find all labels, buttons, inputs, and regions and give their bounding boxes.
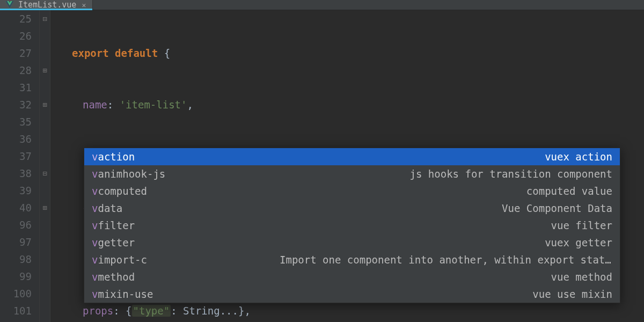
autocomplete-item[interactable]: vfiltervue filter — [84, 217, 620, 234]
line-number: 96 — [0, 216, 32, 233]
autocomplete-item[interactable]: vcomputedcomputed value — [84, 182, 620, 200]
line-number: 37 — [0, 148, 32, 165]
line-number: 28 — [0, 62, 32, 79]
code-line: props: {"type": String...}, — [50, 302, 644, 319]
fold-icon[interactable]: ⊞ — [40, 96, 50, 113]
autocomplete-item-label: vdata — [92, 200, 122, 217]
code-line: name: 'item-list', — [50, 96, 644, 113]
autocomplete-item-label: vgetter — [92, 234, 135, 251]
vue-file-icon — [5, 1, 14, 9]
autocomplete-item-desc: js hooks for transition component — [410, 165, 613, 182]
line-number: 35 — [0, 113, 32, 130]
line-number: 39 — [0, 182, 32, 199]
line-number: 40 — [0, 199, 32, 216]
line-number: 97 — [0, 233, 32, 251]
line-number: 100 — [0, 285, 32, 302]
tab-label: ItemList.vue — [18, 0, 76, 10]
autocomplete-item-label: vanimhook-js — [92, 165, 165, 182]
code-area[interactable]: export default { name: 'item-list', comp… — [50, 10, 644, 322]
autocomplete-item-label: vaction — [92, 148, 135, 165]
fold-icon[interactable]: ⊞ — [40, 199, 50, 216]
fold-icon[interactable]: ⊟ — [40, 10, 50, 27]
line-number-gutter: 25 26 27 28 31 32 35 36 37 38 39 40 96 9… — [0, 10, 40, 322]
autocomplete-item-label: vfilter — [92, 217, 135, 234]
autocomplete-item-label: vmethod — [92, 268, 135, 286]
code-line: export default { — [50, 45, 644, 62]
autocomplete-item-desc: vue use mixin — [532, 286, 612, 303]
autocomplete-item-label: vcomputed — [92, 182, 147, 200]
autocomplete-item-desc: vue method — [551, 268, 612, 286]
autocomplete-item[interactable]: vmethodvue method — [84, 268, 620, 286]
autocomplete-item-desc: vuex getter — [545, 234, 612, 251]
line-number: 25 — [0, 10, 32, 27]
autocomplete-item-label: vmixin-use — [92, 286, 153, 303]
autocomplete-item[interactable]: vmixin-usevue use mixin — [84, 286, 620, 303]
fold-icon[interactable]: ⊞ — [40, 62, 50, 79]
autocomplete-item[interactable]: vactionvuex action — [84, 148, 620, 165]
autocomplete-item-desc: Import one component into another, withi… — [280, 251, 612, 268]
line-number: 98 — [0, 251, 32, 268]
autocomplete-item-desc: vuex action — [545, 148, 612, 165]
fold-gutter: ⊟ ⊞ ⊞ ⊟ ⊞ — [40, 10, 50, 322]
autocomplete-item-desc: computed value — [526, 182, 612, 200]
autocomplete-popup[interactable]: vactionvuex actionvanimhook-jsjs hooks f… — [84, 148, 620, 303]
line-number: 101 — [0, 302, 32, 319]
tab-itemlist[interactable]: ItemList.vue ✕ — [0, 0, 93, 10]
line-number: 27 — [0, 45, 32, 62]
line-number: 38 — [0, 165, 32, 182]
line-number: 102 — [0, 319, 32, 322]
autocomplete-item-desc: Vue Component Data — [502, 200, 612, 217]
line-number: 31 — [0, 79, 32, 96]
autocomplete-item[interactable]: vanimhook-jsjs hooks for transition comp… — [84, 165, 620, 182]
autocomplete-item-desc: vue filter — [551, 217, 612, 234]
autocomplete-item[interactable]: vimport-cImport one component into anoth… — [84, 251, 620, 268]
line-number: 36 — [0, 130, 32, 148]
autocomplete-item[interactable]: vdataVue Component Data — [84, 200, 620, 217]
fold-icon[interactable]: ⊟ — [40, 165, 50, 182]
close-icon[interactable]: ✕ — [82, 1, 86, 9]
autocomplete-item[interactable]: vgettervuex getter — [84, 234, 620, 251]
line-number: 99 — [0, 268, 32, 285]
line-number: 32 — [0, 96, 32, 113]
line-number: 26 — [0, 27, 32, 45]
autocomplete-item-label: vimport-c — [92, 251, 147, 268]
editor[interactable]: 25 26 27 28 31 32 35 36 37 38 39 40 96 9… — [0, 10, 644, 322]
tab-bar: ItemList.vue ✕ — [0, 0, 644, 10]
